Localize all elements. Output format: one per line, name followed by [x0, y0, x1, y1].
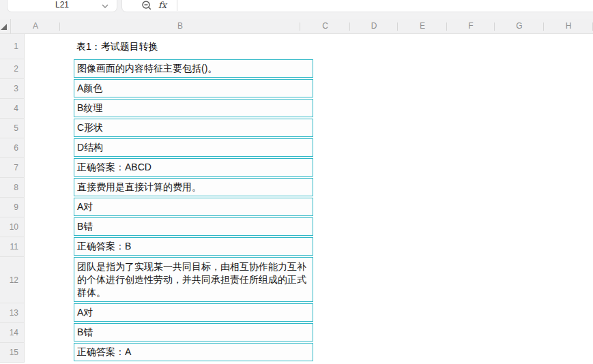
cell-b4[interactable]: B纹理 [74, 99, 313, 117]
cell-b14[interactable]: B错 [74, 323, 313, 342]
row-header-2[interactable]: 2 [0, 59, 25, 79]
cell-text: 团队是指为了实现某一共同目标，由相互协作能力互补的个体进行创造性劳动，并共同承担… [77, 260, 310, 299]
row-header-13[interactable]: 13 [0, 303, 25, 323]
question-table: 图像画面的内容特征主要包括()。 A颜色 B纹理 C形状 D结构 正确答案：AB… [74, 59, 314, 363]
row-header-column: 1 2 3 4 5 6 7 8 9 10 11 12 13 14 15 [0, 34, 25, 363]
formula-bar: fx [121, 0, 593, 12]
cell-text: A颜色 [77, 82, 102, 95]
column-header-f[interactable]: F [447, 19, 495, 33]
chevron-down-icon[interactable] [102, 4, 109, 8]
cell-text: A对 [77, 306, 93, 319]
row-header-7[interactable]: 7 [0, 158, 25, 178]
formula-input[interactable] [179, 0, 593, 12]
cell-text: D结构 [77, 141, 103, 154]
row-header-14[interactable]: 14 [0, 323, 25, 343]
cell-text: 图像画面的内容特征主要包括()。 [77, 62, 217, 75]
cell-text: 直接费用是直接计算的费用。 [77, 181, 201, 194]
row-header-3[interactable]: 3 [0, 79, 25, 99]
zoom-out-icon[interactable] [141, 0, 152, 11]
cell-text: B纹理 [77, 102, 102, 115]
column-header-row: A B C D E F G H [0, 19, 593, 34]
column-header-a[interactable]: A [11, 19, 60, 33]
select-all-corner[interactable] [0, 19, 11, 33]
cell-b12[interactable]: 团队是指为了实现某一共同目标，由相互协作能力互补的个体进行创造性劳动，并共同承担… [74, 257, 313, 302]
cell-b15[interactable]: 正确答案：A [74, 343, 313, 361]
cell-b8[interactable]: 直接费用是直接计算的费用。 [74, 178, 313, 196]
cell-b3[interactable]: A颜色 [74, 79, 313, 97]
cell-b9[interactable]: A对 [74, 198, 313, 216]
column-header-d[interactable]: D [350, 19, 398, 33]
cell-b11[interactable]: 正确答案：B [74, 237, 313, 256]
formula-toolbar: L21 fx [0, 0, 593, 19]
row-header-12[interactable]: 12 [0, 257, 25, 303]
row-header-9[interactable]: 9 [0, 198, 25, 217]
cell-text: C形状 [77, 121, 103, 134]
sheet-title-cell[interactable]: 表1：考试题目转换 [76, 34, 158, 59]
row-header-15[interactable]: 15 [0, 343, 25, 363]
cell-text: 正确答案：ABCD [77, 161, 151, 174]
cell-text: B错 [77, 326, 93, 339]
column-header-b[interactable]: B [60, 19, 300, 33]
cell-text: 正确答案：A [77, 346, 131, 359]
select-all-triangle-icon [1, 24, 7, 30]
cell-text: B错 [77, 220, 93, 233]
cell-b6[interactable]: D结构 [74, 138, 313, 157]
column-header-h[interactable]: H [544, 19, 593, 33]
cell-text: 正确答案：B [77, 240, 131, 253]
row-header-10[interactable]: 10 [0, 217, 25, 237]
cell-b5[interactable]: C形状 [74, 119, 313, 137]
row-header-6[interactable]: 6 [0, 138, 25, 158]
cell-b2[interactable]: 图像画面的内容特征主要包括()。 [74, 59, 313, 78]
row-header-11[interactable]: 11 [0, 237, 25, 257]
column-header-g[interactable]: G [495, 19, 544, 33]
formula-bar-divider [177, 0, 177, 11]
cell-b10[interactable]: B错 [74, 217, 313, 236]
column-header-c[interactable]: C [300, 19, 350, 33]
fx-icon[interactable]: fx [158, 0, 167, 10]
cell-b7[interactable]: 正确答案：ABCD [74, 158, 313, 177]
row-header-8[interactable]: 8 [0, 178, 25, 198]
row-header-4[interactable]: 4 [0, 99, 25, 119]
cell-name-box[interactable]: L21 [7, 0, 117, 12]
column-header-e[interactable]: E [398, 19, 447, 33]
cell-reference-value: L21 [55, 0, 69, 10]
row-header-1[interactable]: 1 [0, 34, 25, 59]
cell-b13[interactable]: A对 [74, 303, 313, 322]
spreadsheet-app: L21 fx A B C D E F G H [0, 0, 593, 364]
row-header-5[interactable]: 5 [0, 119, 25, 138]
cell-text: A对 [77, 200, 93, 213]
